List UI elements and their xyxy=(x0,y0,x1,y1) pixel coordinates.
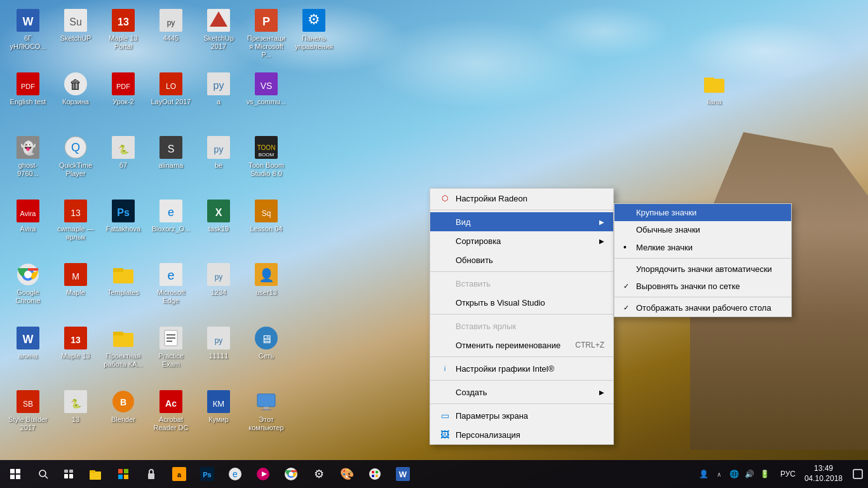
icon-alinama[interactable]: S alinama xyxy=(148,132,194,172)
icon-cwmaple[interactable]: 13 cwmaple — ярлык xyxy=(53,196,98,244)
tray-battery-icon[interactable]: 🔋 xyxy=(759,468,771,480)
start-button[interactable] xyxy=(0,460,31,488)
windows-logo xyxy=(10,469,20,479)
icon-b13[interactable]: 🐍 13 xyxy=(53,386,98,426)
tray-user-icon[interactable]: 👤 xyxy=(698,468,710,480)
notification-center-button[interactable] xyxy=(848,460,868,488)
icon-layout2017[interactable]: LO LayOut 2017 xyxy=(148,69,194,109)
icon-lesson04[interactable]: Sq Lesson 04 xyxy=(243,196,289,236)
taskbar-file-explorer[interactable] xyxy=(81,460,109,488)
icon-blender[interactable]: B Blender xyxy=(100,386,146,426)
menu-item-large-icons[interactable]: Крупные значки xyxy=(614,204,791,221)
icon-maple[interactable]: M Maple xyxy=(53,259,98,299)
menu-item-display-settings[interactable]: ▭ Параметры экрана xyxy=(430,406,613,425)
menu-item-show-desktop-icons[interactable]: ✓ Отображать значки рабочего стола xyxy=(614,299,791,316)
menu-item-small-icons[interactable]: • Мелкие значки xyxy=(614,238,791,256)
icon-quicktime[interactable]: Q QuickTime Player xyxy=(53,132,98,180)
svg-text:TOON: TOON xyxy=(257,144,276,151)
icon-toon-boom[interactable]: TOONBOOM Toon Boom Studio 8.0 xyxy=(243,132,289,180)
edge-icon: e xyxy=(228,467,242,481)
vs-icon xyxy=(439,297,451,308)
icon-word1[interactable]: W 6Г уНЛЮСО... xyxy=(5,5,51,53)
icon-liana[interactable]: liana xyxy=(691,69,737,109)
icon-sketchup[interactable]: Su SketchUP xyxy=(53,5,98,45)
icon-set[interactable]: 🖥 Сеть xyxy=(243,323,289,363)
view-separator-2 xyxy=(614,297,791,297)
taskbar-lock[interactable] xyxy=(137,460,165,488)
icon-b7[interactable]: 🐍 б7 xyxy=(100,132,146,172)
icon-4445[interactable]: py 4445 xyxy=(148,5,194,45)
icon-fattakhova[interactable]: Ps Fattakhova xyxy=(100,196,146,236)
file-explorer-icon xyxy=(88,467,102,481)
tray-network-icon[interactable]: 🌐 xyxy=(728,468,741,480)
icon-bloxorz[interactable]: e Bloxorz_O... xyxy=(148,196,194,236)
icon-style-builder[interactable]: SB Style Builder 2017 xyxy=(5,386,51,435)
store-icon xyxy=(116,467,130,481)
menu-item-personalization[interactable]: 🖼 Персонализация xyxy=(430,425,613,444)
menu-item-auto-arrange[interactable]: Упорядочить значки автоматически xyxy=(614,261,791,278)
icon-sketchup2017[interactable]: SketchUp 2017 xyxy=(196,5,241,53)
svg-text:🖥: 🖥 xyxy=(261,333,272,346)
svg-text:a: a xyxy=(177,471,182,478)
menu-item-paste[interactable]: Вставить xyxy=(430,274,613,293)
bullet-small: • xyxy=(623,242,634,252)
icon-alina[interactable]: W алина xyxy=(5,323,51,363)
taskbar-clock[interactable]: 13:49 04.10.2018 xyxy=(799,464,848,484)
menu-item-view[interactable]: Вид ▶ xyxy=(430,212,613,231)
menu-item-intel-graphics[interactable]: i Настройки графики Intel® xyxy=(430,359,613,378)
menu-item-create[interactable]: Создать ▶ xyxy=(430,383,613,402)
tray-arrow-icon[interactable]: ∧ xyxy=(713,468,726,480)
taskbar-store[interactable] xyxy=(109,460,137,488)
icon-1234[interactable]: py 1234 xyxy=(196,259,241,299)
icon-google-chrome[interactable]: Google Chrome xyxy=(5,259,51,308)
icon-control-panel[interactable]: ⚙ Панель управления xyxy=(291,5,337,53)
svg-text:Sq: Sq xyxy=(262,209,271,218)
icon-proekt[interactable]: Проектная работа КА... xyxy=(100,323,146,371)
menu-item-undo-rename[interactable]: Отменить переименование CTRL+Z xyxy=(430,336,613,355)
icon-practice-exam[interactable]: Practice Exam xyxy=(148,323,194,371)
icon-acrobat[interactable]: Ac Acrobat Reader DC xyxy=(148,386,194,435)
taskbar-amazon[interactable]: a xyxy=(165,460,193,488)
icon-ghost[interactable]: 👻 ghost-9760... xyxy=(5,132,51,180)
icon-maple13[interactable]: 13 Maple 13 xyxy=(53,323,98,363)
icon-english-test[interactable]: PDF English test xyxy=(5,69,51,109)
taskbar-palette[interactable] xyxy=(361,460,389,488)
icon-be[interactable]: py be xyxy=(196,132,241,172)
menu-item-open-vs[interactable]: Открыть в Visual Studio xyxy=(430,293,613,312)
taskbar-media[interactable] xyxy=(249,460,277,488)
menu-item-align-grid[interactable]: ✓ Выровнять значки по сетке xyxy=(614,278,791,295)
taskbar-chrome[interactable] xyxy=(277,460,305,488)
menu-item-sort[interactable]: Сортировка ▶ xyxy=(430,231,613,250)
icon-templates[interactable]: Templates xyxy=(100,259,146,299)
icon-task19[interactable]: X task19 xyxy=(196,196,241,236)
taskbar-paint[interactable]: 🎨 xyxy=(333,460,361,488)
icon-maple13portal[interactable]: 13 Maple 13 Portal xyxy=(100,5,146,53)
icon-microsoft-edge[interactable]: e Microsoft Edge xyxy=(148,259,194,308)
media-icon xyxy=(256,467,270,481)
icon-this-computer[interactable]: Этот компьютер xyxy=(243,386,289,435)
svg-rect-103 xyxy=(124,469,128,473)
icon-presentation[interactable]: P Презентация Microsoft P... xyxy=(243,5,289,62)
svg-text:Ac: Ac xyxy=(165,398,177,409)
taskbar-search-button[interactable] xyxy=(31,460,56,488)
svg-rect-99 xyxy=(69,474,73,478)
menu-item-paste-shortcut[interactable]: Вставить ярлык xyxy=(430,316,613,336)
taskbar-edge[interactable]: e xyxy=(221,460,249,488)
taskbar-language[interactable]: РУС xyxy=(776,470,799,478)
icon-11111[interactable]: py 11111 xyxy=(196,323,241,363)
icon-recycle-bin[interactable]: 🗑 Корзина xyxy=(53,69,98,109)
icon-file-a[interactable]: py a xyxy=(196,69,241,109)
tray-volume-icon[interactable]: 🔊 xyxy=(743,468,756,480)
icon-vscommu[interactable]: VS vs_commu... xyxy=(243,69,289,109)
icon-urok2[interactable]: PDF Урок-2 xyxy=(100,69,146,109)
taskbar-word[interactable]: W xyxy=(389,460,417,488)
menu-item-refresh[interactable]: Обновить xyxy=(430,250,613,269)
taskbar-photoshop[interactable]: Ps xyxy=(193,460,221,488)
icon-kumir[interactable]: КМ Кумир xyxy=(196,386,241,426)
menu-item-normal-icons[interactable]: Обычные значки xyxy=(614,221,791,238)
icon-avira[interactable]: Avira Avira xyxy=(5,196,51,236)
task-view-button[interactable] xyxy=(56,460,81,488)
menu-item-radeon[interactable]: ⬡ Настройки Radeon xyxy=(430,189,613,208)
icon-user13[interactable]: 👤 user13 xyxy=(243,259,289,299)
taskbar-settings[interactable]: ⚙ xyxy=(305,460,333,488)
